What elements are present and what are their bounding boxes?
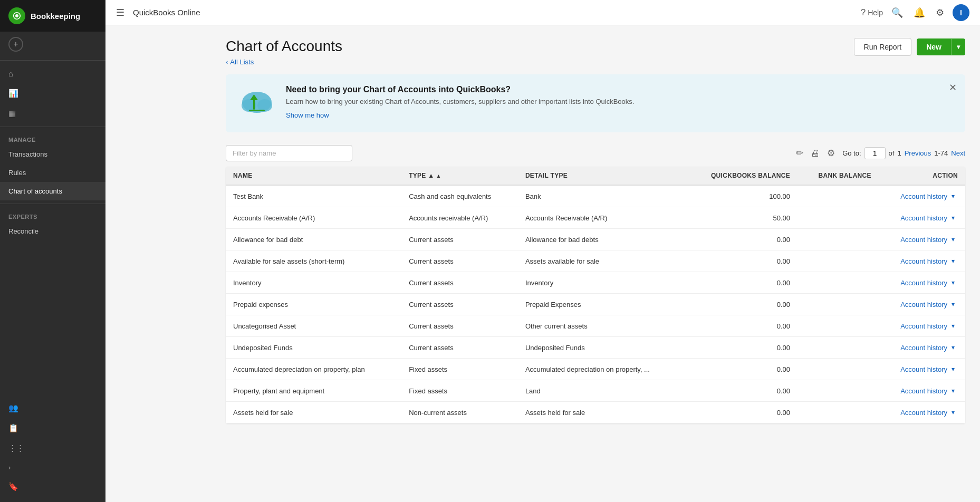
settings-columns-icon[interactable]: ⚙ [827, 148, 835, 159]
cell-bank-balance [798, 207, 879, 229]
topnav-brand: QuickBooks Online [133, 8, 200, 17]
action-chevron-icon[interactable]: ▾ [948, 408, 958, 417]
cell-detail-type: Allowance for bad debts [518, 229, 685, 250]
account-history-link[interactable]: Account history [900, 344, 947, 352]
cell-action: Account history ▾ [879, 337, 965, 359]
action-chevron-icon[interactable]: ▾ [948, 300, 958, 309]
sidebar-item-analytics[interactable]: 📊 [0, 83, 105, 103]
col-qb-balance[interactable]: QUICKBOOKS BALANCE [685, 167, 798, 185]
reports-icon: 📋 [8, 423, 18, 433]
cell-name: Available for sale assets (short-term) [226, 250, 401, 272]
breadcrumb[interactable]: ‹ All Lists [226, 58, 342, 66]
account-history-link[interactable]: Account history [900, 279, 947, 287]
account-history-link[interactable]: Account history [900, 322, 947, 330]
cell-bank-balance [798, 380, 879, 402]
filter-input[interactable] [226, 145, 352, 161]
action-chevron-icon[interactable]: ▾ [948, 235, 958, 244]
sidebar-item-rules[interactable]: Rules [0, 163, 105, 182]
action-chevron-icon[interactable]: ▾ [948, 213, 958, 223]
action-chevron-icon[interactable]: ▾ [948, 256, 958, 266]
total-pages: 1 [897, 149, 901, 157]
accounts-table: NAME TYPE ▲ DETAIL TYPE QUICKBOOKS BALAN… [226, 167, 965, 423]
cell-qb-balance: 100.00 [685, 185, 798, 207]
add-button[interactable]: + [0, 32, 105, 57]
account-history-link[interactable]: Account history [900, 409, 947, 417]
cell-bank-balance [798, 272, 879, 294]
cell-bank-balance [798, 229, 879, 250]
account-history-link[interactable]: Account history [900, 387, 947, 395]
rules-label: Rules [8, 169, 26, 177]
sidebar-item-home[interactable]: ⌂ [0, 64, 105, 83]
action-chevron-icon[interactable]: ▾ [948, 191, 958, 201]
col-detail-type[interactable]: DETAIL TYPE [518, 167, 685, 185]
sidebar-item-apps[interactable]: ⋮⋮ [0, 438, 105, 458]
new-button[interactable]: New ▾ [917, 38, 965, 55]
action-chevron-icon[interactable]: ▾ [948, 321, 958, 331]
breadcrumb-chevron: ‹ [226, 58, 228, 66]
run-report-button[interactable]: Run Report [854, 38, 912, 56]
table-header: NAME TYPE ▲ DETAIL TYPE QUICKBOOKS BALAN… [226, 167, 965, 185]
cell-detail-type: Other current assets [518, 315, 685, 337]
account-history-link[interactable]: Account history [900, 236, 947, 244]
col-action: ACTION [879, 167, 965, 185]
cell-type: Current assets [401, 272, 518, 294]
action-chevron-icon[interactable]: ▾ [948, 386, 958, 395]
edit-icon[interactable]: ✏ [796, 148, 803, 159]
cell-name: Property, plant and equipment [226, 380, 401, 402]
cell-bank-balance [798, 402, 879, 423]
sidebar-item-chart-of-accounts[interactable]: Chart of accounts [0, 182, 105, 200]
sidebar-logo[interactable]: Bookkeeping [0, 0, 105, 32]
pagination-input[interactable] [864, 147, 886, 159]
cell-qb-balance: 0.00 [685, 250, 798, 272]
col-bank-balance[interactable]: BANK BALANCE [798, 167, 879, 185]
app-name: Bookkeeping [31, 12, 80, 21]
sidebar-item-reports[interactable]: 📋 [0, 418, 105, 438]
page-header: Chart of Accounts ‹ All Lists Run Report… [226, 38, 965, 66]
help-button[interactable]: ? Help [861, 7, 883, 18]
cell-detail-type: Bank [518, 185, 685, 207]
banner-title: Need to bring your Chart of Accounts int… [286, 85, 634, 94]
col-name[interactable]: NAME [226, 167, 401, 185]
account-history-link[interactable]: Account history [900, 192, 947, 200]
cell-type: Current assets [401, 337, 518, 359]
cell-bank-balance [798, 294, 879, 315]
notification-icon[interactable]: 🔔 [911, 5, 927, 21]
banner-link[interactable]: Show me how [286, 111, 329, 119]
add-icon: + [8, 37, 23, 52]
action-chevron-icon[interactable]: ▾ [948, 343, 958, 352]
sidebar-item-bookmark[interactable]: 🔖 [0, 477, 105, 497]
home-icon: ⌂ [8, 69, 13, 78]
account-history-link[interactable]: Account history [900, 257, 947, 265]
cell-detail-type: Prepaid Expenses [518, 294, 685, 315]
sidebar-item-reconcile[interactable]: Reconcile [0, 222, 105, 240]
cell-bank-balance [798, 185, 879, 207]
account-history-link[interactable]: Account history [900, 214, 947, 222]
col-type[interactable]: TYPE ▲ [401, 167, 518, 185]
cell-type: Current assets [401, 315, 518, 337]
new-button-label: New [917, 38, 951, 55]
table-row: Allowance for bad debt Current assets Al… [226, 229, 965, 250]
account-history-link[interactable]: Account history [900, 301, 947, 308]
action-chevron-icon[interactable]: ▾ [948, 364, 958, 374]
banner-close-button[interactable]: ✕ [949, 82, 957, 93]
hamburger-icon[interactable]: ☰ [116, 7, 124, 18]
print-icon[interactable]: 🖨 [811, 148, 820, 159]
settings-icon[interactable]: ⚙ [934, 5, 946, 21]
previous-page-link[interactable]: Previous [905, 149, 931, 157]
sidebar-item-transactions[interactable]: Transactions [0, 145, 105, 163]
cell-qb-balance: 0.00 [685, 380, 798, 402]
cell-action: Account history ▾ [879, 380, 965, 402]
next-page-link[interactable]: Next [951, 149, 965, 157]
sidebar-item-users[interactable]: 👥 [0, 398, 105, 418]
search-icon[interactable]: 🔍 [889, 5, 905, 21]
sidebar-expand-button[interactable]: › [0, 458, 105, 477]
sidebar-item-dashboard[interactable]: ▦ [0, 103, 105, 123]
table-row: Accounts Receivable (A/R) Accounts recei… [226, 207, 965, 229]
account-history-link[interactable]: Account history [900, 365, 947, 373]
new-button-chevron[interactable]: ▾ [951, 39, 965, 55]
cell-name: Accumulated depreciation on property, pl… [226, 359, 401, 380]
chart-icon: 📊 [8, 89, 18, 98]
cell-qb-balance: 0.00 [685, 315, 798, 337]
action-chevron-icon[interactable]: ▾ [948, 278, 958, 287]
user-avatar[interactable]: I [953, 4, 969, 21]
